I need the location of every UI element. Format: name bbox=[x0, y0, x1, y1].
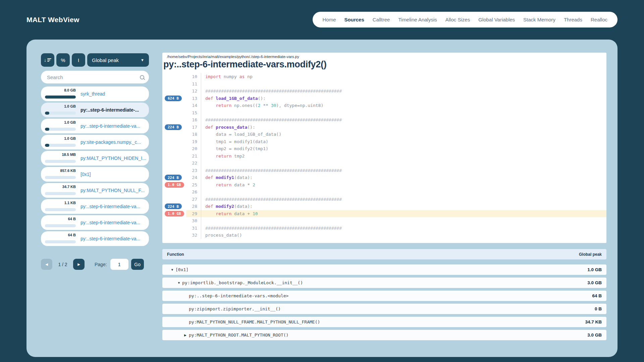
item-function-link[interactable]: syrk_thread bbox=[80, 86, 146, 101]
item-function-link[interactable]: py:site-packages.numpy._c... bbox=[80, 135, 146, 149]
page-number-input[interactable] bbox=[110, 259, 128, 270]
item-function-link[interactable]: py:..step-6-intermediate-va... bbox=[80, 199, 146, 214]
go-button[interactable]: Go bbox=[131, 259, 144, 270]
line-number: 19 bbox=[186, 138, 201, 145]
item-size: 34.7 KB bbox=[45, 185, 76, 189]
item-size: 1.0 GB bbox=[45, 104, 76, 108]
main-container: ↓ % I Global peak ▼ 8.0 GBsyrk_thread1.0… bbox=[26, 40, 618, 357]
calltree-function-name: py:MALT_PYTHON_ROOT.MALT_PYTHON_ROOT() bbox=[189, 333, 288, 338]
list-item[interactable]: 1.0 GBpy:..step-6-intermediate-... bbox=[41, 103, 149, 117]
code-line: 14 return np.ones((2 ** 30), dtype=np.ui… bbox=[162, 102, 606, 109]
item-size: 18.5 MB bbox=[45, 153, 76, 157]
calltree-row[interactable]: py:..step-6-intermediate-vars.<module>64… bbox=[162, 291, 606, 301]
calltree-function-name: py:importlib._bootstrap._ModuleLock.__in… bbox=[182, 280, 303, 285]
code-line: 19 tmp1 = modify1(data) bbox=[162, 138, 606, 145]
line-number: 17 bbox=[186, 124, 201, 131]
code-text: return tmp2 bbox=[201, 153, 606, 160]
sort-button[interactable]: ↓ bbox=[41, 53, 54, 67]
item-function-link[interactable]: py:..step-6-intermediate-va... bbox=[80, 231, 146, 246]
code-text: process_data() bbox=[201, 232, 606, 239]
collapse-arrow-icon[interactable]: ▼ bbox=[177, 281, 182, 285]
code-line: 624 B13def load_1GB_of_data(): bbox=[162, 95, 606, 102]
metric-dropdown[interactable]: Global peak ▼ bbox=[87, 53, 149, 67]
percent-toggle-button[interactable]: % bbox=[56, 53, 70, 67]
badge-gutter: 224 B bbox=[162, 203, 186, 209]
list-item[interactable]: 857.6 KB[0x1] bbox=[41, 167, 149, 182]
inclusive-toggle-button[interactable]: I bbox=[72, 53, 85, 67]
sort-icon: ↓ bbox=[44, 58, 51, 62]
memory-badge: 224 B bbox=[165, 203, 182, 209]
code-line: 16######################################… bbox=[162, 116, 606, 124]
calltree-row[interactable]: ▼py:importlib._bootstrap._ModuleLock.__i… bbox=[162, 278, 606, 288]
nav-item-realloc[interactable]: Realloc bbox=[591, 17, 607, 22]
calltree-row[interactable]: py:MALT_PYTHON_NULL_FRAME.MALT_PYTHON_NU… bbox=[162, 317, 606, 327]
nav-item-alloc-sizes[interactable]: Alloc Sizes bbox=[445, 17, 470, 22]
search-input[interactable] bbox=[47, 74, 140, 80]
item-function-link[interactable]: py:..step-6-intermediate-va... bbox=[80, 119, 146, 133]
nav-item-global-variables[interactable]: Global Variables bbox=[478, 17, 515, 22]
code-text: ########################################… bbox=[201, 87, 606, 95]
nav-item-threads[interactable]: Threads bbox=[564, 17, 582, 22]
code-text: return data * 2 bbox=[201, 181, 606, 189]
line-number: 18 bbox=[186, 131, 201, 138]
line-number: 21 bbox=[186, 153, 201, 160]
item-function-link[interactable]: py:MALT_PYTHON_HIDEN_I... bbox=[80, 151, 146, 166]
list-item[interactable]: 34.7 KBpy:MALT_PYTHON_NULL_F... bbox=[41, 183, 149, 198]
expand-arrow-icon[interactable]: ▶ bbox=[184, 334, 189, 337]
memory-badge: 224 B bbox=[165, 175, 182, 180]
item-size: 1.0 GB bbox=[45, 120, 76, 124]
code-line: 20 tmp2 = modify2(tmp1) bbox=[162, 145, 606, 153]
list-item[interactable]: 18.5 MBpy:MALT_PYTHON_HIDEN_I... bbox=[41, 151, 149, 166]
calltree-row[interactable]: ▶py:MALT_PYTHON_ROOT.MALT_PYTHON_ROOT()3… bbox=[162, 330, 606, 340]
line-number: 24 bbox=[186, 174, 201, 181]
calltree-header-function: Function bbox=[167, 252, 184, 257]
nav-item-sources[interactable]: Sources bbox=[344, 17, 364, 22]
top-navigation: HomeSourcesCalltreeTimeline AnalysisAllo… bbox=[313, 12, 618, 27]
chevron-right-icon: ▶ bbox=[77, 262, 80, 266]
item-progress-bar bbox=[45, 176, 76, 179]
nav-item-timeline-analysis[interactable]: Timeline Analysis bbox=[398, 17, 437, 22]
list-item[interactable]: 64 Bpy:..step-6-intermediate-va... bbox=[41, 231, 149, 246]
nav-item-calltree[interactable]: Calltree bbox=[373, 17, 390, 22]
item-progress-bar bbox=[45, 208, 76, 211]
calltree-function-name: [0x1] bbox=[175, 267, 189, 272]
page-label: Page: bbox=[95, 262, 107, 267]
list-item[interactable]: 8.0 GBsyrk_thread bbox=[41, 86, 149, 101]
list-item[interactable]: 1.1 KBpy:..step-6-intermediate-va... bbox=[41, 199, 149, 214]
chevron-down-icon: ▼ bbox=[141, 58, 144, 62]
item-progress-bar bbox=[45, 144, 76, 147]
item-function-link[interactable]: py:..step-6-intermediate-va... bbox=[80, 215, 146, 230]
source-file-path: /home/sebv/Projects/inria/malt/examples/… bbox=[167, 55, 606, 59]
code-line: 224 B28def modify2(data): bbox=[162, 203, 606, 210]
code-line: 224 B24def modify1(data): bbox=[162, 174, 606, 181]
chevron-left-icon: ◀ bbox=[45, 262, 48, 266]
line-number: 27 bbox=[186, 196, 201, 203]
list-item[interactable]: 1.0 GBpy:site-packages.numpy._c... bbox=[41, 135, 149, 149]
code-line: 21 return tmp2 bbox=[162, 153, 606, 160]
line-number: 14 bbox=[186, 102, 201, 109]
prev-page-button[interactable]: ◀ bbox=[41, 259, 52, 270]
line-number: 32 bbox=[186, 232, 201, 239]
code-line: 32process_data() bbox=[162, 232, 606, 239]
nav-item-home[interactable]: Home bbox=[323, 17, 336, 22]
line-number: 31 bbox=[186, 225, 201, 232]
metric-dropdown-label: Global peak bbox=[92, 57, 119, 63]
line-number: 25 bbox=[186, 181, 201, 189]
calltree-row[interactable]: ▼[0x1]1.0 GB bbox=[162, 264, 606, 275]
search-icon bbox=[140, 75, 144, 79]
list-item[interactable]: 1.0 GBpy:..step-6-intermediate-va... bbox=[41, 119, 149, 133]
collapse-arrow-icon[interactable]: ▼ bbox=[171, 268, 175, 272]
nav-item-stack-memory[interactable]: Stack Memory bbox=[523, 17, 555, 22]
line-number: 26 bbox=[186, 188, 201, 196]
calltree-function-name: py:MALT_PYTHON_NULL_FRAME.MALT_PYTHON_NU… bbox=[189, 319, 320, 324]
calltree-row[interactable]: py:zipimport.zipimporter.__init__()0 B bbox=[162, 304, 606, 314]
pagination: ◀ 1 / 2 ▶ Page: Go bbox=[41, 259, 152, 270]
item-function-link[interactable]: [0x1] bbox=[80, 167, 146, 182]
source-panel: /home/sebv/Projects/inria/malt/examples/… bbox=[162, 53, 606, 243]
next-page-button[interactable]: ▶ bbox=[73, 259, 85, 270]
code-line: 1.0 GB29 return data + 10 bbox=[162, 210, 606, 218]
item-function-link[interactable]: py:..step-6-intermediate-... bbox=[80, 103, 146, 117]
list-item[interactable]: 64 Bpy:..step-6-intermediate-va... bbox=[41, 215, 149, 230]
calltree-peak-value: 1.0 GB bbox=[587, 267, 606, 272]
item-function-link[interactable]: py:MALT_PYTHON_NULL_F... bbox=[80, 183, 146, 198]
